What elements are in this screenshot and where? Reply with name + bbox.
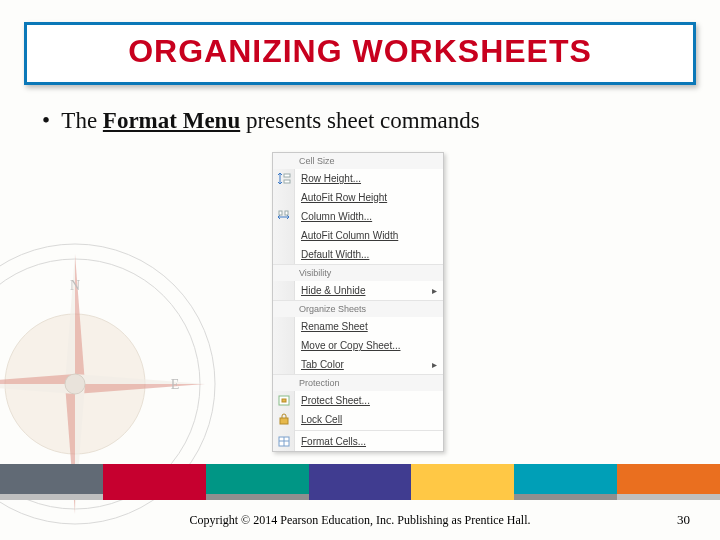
page-number: 30 — [677, 512, 690, 528]
menu-header: Protection — [273, 374, 443, 391]
bullet-bold: Format Menu — [103, 108, 240, 133]
svg-rect-21 — [280, 418, 288, 424]
bullet-dot: • — [42, 108, 56, 134]
menu-item-rename-sheet[interactable]: Rename Sheet — [273, 317, 443, 336]
svg-rect-17 — [279, 211, 282, 215]
protect-sheet-icon — [277, 394, 291, 407]
format-cells-icon — [277, 435, 291, 448]
menu-item-protect-sheet[interactable]: Protect Sheet... — [273, 391, 443, 410]
svg-text:E: E — [171, 377, 180, 392]
bullet-line: • The Format Menu presents sheet command… — [42, 108, 480, 134]
svg-rect-20 — [282, 399, 286, 402]
svg-rect-15 — [284, 174, 290, 177]
menu-header: Cell Size — [273, 153, 443, 169]
slide-title: ORGANIZING WORKSHEETS — [27, 33, 693, 70]
thin-stripes — [0, 494, 720, 500]
row-height-icon — [277, 172, 291, 185]
menu-item-tab-color[interactable]: Tab Color ▸ — [273, 355, 443, 374]
svg-point-14 — [65, 374, 85, 394]
slide-title-box: ORGANIZING WORKSHEETS — [24, 22, 696, 85]
copyright: Copyright © 2014 Pearson Education, Inc.… — [0, 513, 720, 528]
submenu-arrow-icon: ▸ — [432, 359, 437, 370]
svg-text:N: N — [70, 278, 80, 293]
bullet-post: presents sheet commands — [240, 108, 480, 133]
svg-rect-16 — [284, 180, 290, 183]
svg-rect-18 — [285, 211, 288, 215]
menu-item-lock-cell[interactable]: Lock Cell — [273, 410, 443, 429]
menu-header: Visibility — [273, 264, 443, 281]
menu-item-hide-unhide[interactable]: Hide & Unhide ▸ — [273, 281, 443, 300]
menu-item-move-copy[interactable]: Move or Copy Sheet... — [273, 336, 443, 355]
menu-header: Organize Sheets — [273, 300, 443, 317]
color-stripes — [0, 464, 720, 494]
menu-item-format-cells[interactable]: Format Cells... — [273, 432, 443, 451]
menu-item-row-height[interactable]: Row Height... — [273, 169, 443, 188]
submenu-arrow-icon: ▸ — [432, 285, 437, 296]
menu-item-autofit-col[interactable]: AutoFit Column Width — [273, 226, 443, 245]
format-menu: Cell Size Row Height... AutoFit Row Heig… — [272, 152, 444, 452]
menu-item-autofit-row[interactable]: AutoFit Row Height — [273, 188, 443, 207]
menu-item-col-width[interactable]: Column Width... — [273, 207, 443, 226]
lock-cell-icon — [277, 413, 291, 426]
bullet-pre: The — [61, 108, 103, 133]
menu-item-default-width[interactable]: Default Width... — [273, 245, 443, 264]
col-width-icon — [277, 210, 291, 223]
